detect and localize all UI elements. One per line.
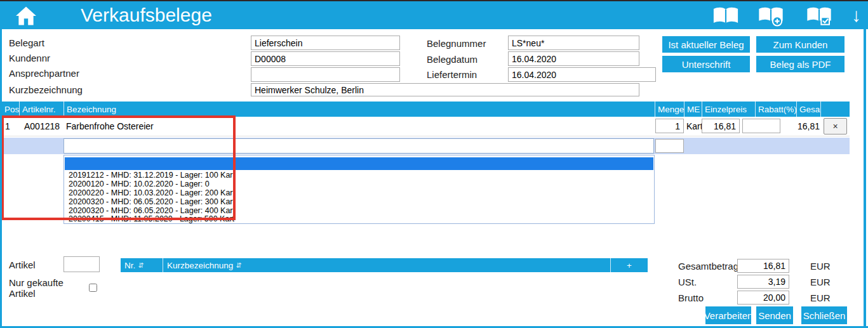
items-table-header: Pos Artikelnr. Bezeichnung Menge ME Einz… [2, 102, 850, 117]
column-pos: Pos [2, 102, 20, 117]
belegart-label: Belegart [9, 37, 44, 48]
column-kurzbezeichnung[interactable]: Kurzbezeichnung ⇵ [163, 258, 611, 272]
page-title: Verkaufsbelege [81, 4, 212, 26]
kurzbezeichnung-col-label: Kurzbezeichnung [167, 261, 233, 270]
senden-button[interactable]: Senden [756, 306, 793, 324]
column-actions [821, 102, 850, 117]
artikel-search-input[interactable] [63, 256, 100, 272]
download-arrow-icon[interactable]: ↓ [851, 4, 861, 27]
ist-aktueller-beleg-button[interactable]: Ist aktueller Beleg [662, 36, 750, 53]
kurzbezeichnung-field[interactable] [251, 83, 639, 96]
beleg-als-pdf-button[interactable]: Beleg als PDF [756, 56, 845, 72]
nr-label: Nr. [124, 261, 135, 270]
add-article-button[interactable]: + [611, 258, 648, 272]
ust-currency: EUR [810, 277, 831, 287]
row1-bezeichnung: Farbenfrohe Ostereier [66, 121, 154, 131]
liefertermin-field[interactable] [508, 67, 656, 82]
article-table-header: Nr. ⇵ Kurzbezeichnung ⇵ + [121, 258, 648, 272]
row1-gesamtpreis: 16,81 [781, 121, 820, 131]
row1-rabatt-input[interactable] [742, 119, 780, 133]
kundennr-label: Kundennr [9, 53, 50, 63]
column-menge: Menge [655, 102, 684, 117]
open-book-icon[interactable] [712, 6, 740, 25]
row1-artikelnr: A001218 [24, 121, 60, 131]
belegdatum-label: Belegdatum [427, 54, 477, 65]
dropdown-option[interactable]: 20200120 - MHD: 10.02.2020 - Lager: 0 [64, 180, 654, 189]
dropdown-option[interactable]: 20200320 - MHD: 06.05.2020 - Lager: 400 … [64, 207, 654, 216]
nur-gekaufte-artikel-label: Nur gekaufte Artikel [9, 277, 75, 299]
app-header: Verkaufsbelege ↓ [0, 1, 868, 29]
dropdown-option[interactable]: 20191212 - MHD: 31.12.2019 - Lager: 100 … [64, 171, 654, 180]
page-border-left [0, 1, 2, 328]
liefertermin-label: Liefertermin [427, 69, 477, 80]
belegdatum-field[interactable] [508, 51, 639, 66]
schliessen-button[interactable]: Schließen [801, 306, 847, 324]
belegnummer-field[interactable] [508, 36, 639, 50]
gesamtbetrag-label: Gesamtbetrag [678, 261, 738, 272]
window-top-edge [0, 0, 868, 1]
unterschrift-button[interactable]: Unterschrift [662, 56, 750, 72]
kurzbezeichnung-label: Kurzbezeichnung [9, 84, 83, 95]
belegart-field[interactable] [251, 36, 400, 50]
page-border-right [864, 1, 866, 328]
verkaufsbelege-page: Verkaufsbelege ↓ Belegar [0, 0, 868, 328]
nur-gekaufte-artikel-checkbox[interactable] [89, 284, 97, 292]
batch-dropdown: 20191212 - MHD: 31.12.2019 - Lager: 100 … [63, 155, 655, 224]
column-bezeichnung: Bezeichnung [64, 102, 655, 117]
brutto-label: Brutto [678, 292, 704, 303]
close-icon: × [832, 121, 838, 131]
plus-icon: + [627, 261, 632, 270]
column-einzelpreis: Einzelpreis [702, 102, 756, 117]
home-icon[interactable] [14, 6, 38, 26]
dropdown-option[interactable]: 20200320 - MHD: 06.05.2020 - Lager: 300 … [64, 198, 654, 207]
zum-kunden-button[interactable]: Zum Kunden [756, 36, 845, 53]
row1-pos: 1 [5, 121, 10, 131]
dropdown-option[interactable]: 20200220 - MHD: 10.03.2020 - Lager: 200 … [64, 189, 654, 198]
row1-delete-button[interactable]: × [824, 118, 847, 134]
column-rabatt: Rabatt(%) [756, 102, 797, 117]
belegnummer-label: Belegnummer [427, 38, 486, 49]
artikel-label: Artikel [9, 259, 36, 270]
new-row-bezeichnung-input[interactable] [63, 138, 654, 154]
dropdown-option[interactable]: 20200415 - MHD: 11.05.2020 - Lager: 500 … [64, 215, 654, 224]
brutto-field[interactable] [737, 291, 789, 305]
column-me: ME [684, 102, 702, 117]
ansprechpartner-field[interactable] [251, 67, 400, 82]
gesamtbetrag-field[interactable] [737, 259, 789, 273]
row1-menge-input[interactable] [655, 119, 684, 133]
row1-me: Kart [686, 121, 703, 131]
open-book-check-icon[interactable] [805, 6, 833, 25]
new-row-menge-input[interactable] [655, 139, 684, 153]
kundennr-field[interactable] [251, 51, 400, 66]
ust-label: USt. [678, 277, 697, 287]
ust-field[interactable] [737, 275, 789, 289]
verarbeiten-button[interactable]: Verarbeiten [705, 306, 751, 324]
column-nr[interactable]: Nr. ⇵ [121, 258, 163, 272]
column-artikelnr: Artikelnr. [20, 102, 64, 117]
open-book-add-icon[interactable] [757, 6, 785, 25]
row1-einzelpreis-input[interactable] [702, 119, 740, 133]
row-separator [2, 136, 850, 136]
gesamtbetrag-currency: EUR [810, 261, 831, 272]
column-gesamtpreis: Gesamtpre [797, 102, 821, 117]
brutto-currency: EUR [810, 292, 831, 303]
dropdown-option-selected-empty[interactable] [65, 157, 653, 170]
sort-icon: ⇵ [138, 261, 144, 270]
ansprechpartner-label: Ansprechpartner [9, 68, 79, 79]
sort-icon: ⇵ [236, 261, 241, 270]
